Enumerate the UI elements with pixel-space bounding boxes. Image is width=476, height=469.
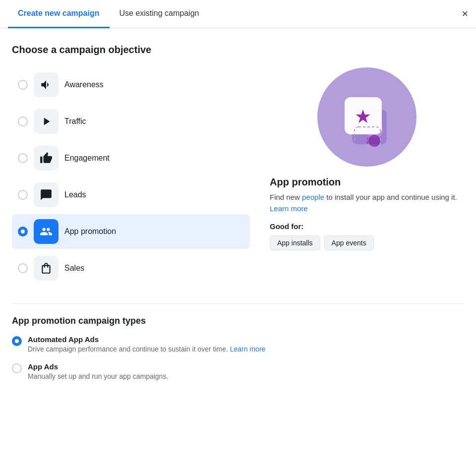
objective-awareness[interactable]: Awareness [12, 67, 250, 102]
desc-after-link: to install your app and continue using i… [324, 193, 457, 201]
app-ads-label: App Ads [28, 362, 168, 371]
traffic-icon [34, 109, 59, 134]
radio-engagement[interactable] [18, 153, 28, 163]
leads-icon [34, 182, 59, 207]
objective-engagement[interactable]: Engagement [12, 141, 250, 176]
app-promotion-icon [34, 219, 59, 244]
automated-desc-text: Drive campaign performance and continue … [28, 345, 230, 353]
automated-label: Automated App Ads [28, 335, 265, 344]
modal-container: Create new campaign Use existing campaig… [0, 0, 476, 469]
good-for-title: Good for: [270, 222, 464, 231]
radio-sales[interactable] [18, 263, 28, 273]
tag-app-installs: App installs [270, 235, 320, 250]
traffic-label: Traffic [64, 117, 86, 126]
leads-label: Leads [64, 190, 86, 199]
engagement-icon [34, 146, 59, 171]
objective-sales[interactable]: Sales [12, 251, 250, 286]
objective-traffic[interactable]: Traffic [12, 104, 250, 139]
objective-leads[interactable]: Leads [12, 177, 250, 212]
tags-container: App installs App events [270, 235, 464, 250]
automated-learn-more[interactable]: Learn more [230, 345, 266, 353]
preview-desc: Find new people to install your app and … [270, 192, 464, 214]
radio-app-promotion[interactable] [18, 227, 28, 236]
campaign-types-title: App promotion campaign types [12, 316, 464, 326]
type-app-ads[interactable]: App Ads Manually set up and run your app… [12, 362, 464, 382]
sales-icon [34, 256, 59, 281]
type-automated-app-ads[interactable]: Automated App Ads Drive campaign perform… [12, 335, 464, 354]
tabs-bar: Create new campaign Use existing campaig… [0, 0, 476, 28]
type-app-ads-content: App Ads Manually set up and run your app… [28, 362, 168, 382]
objectives-list: Awareness Traffic Engagement [12, 67, 250, 286]
objective-app-promotion[interactable]: App promotion [12, 214, 250, 249]
people-link[interactable]: people [302, 193, 324, 201]
type-automated-content: Automated App Ads Drive campaign perform… [28, 335, 265, 354]
campaign-types-section: App promotion campaign types Automated A… [12, 303, 464, 381]
svg-point-4 [368, 135, 380, 147]
engagement-label: Engagement [64, 154, 110, 163]
radio-automated[interactable] [12, 336, 22, 346]
preview-illustration: ★ ↓ [317, 67, 416, 167]
app-ads-desc: Manually set up and run your app campaig… [28, 372, 168, 382]
svg-text:★: ★ [355, 106, 371, 127]
learn-more-link-desc[interactable]: Learn more [270, 204, 308, 213]
preview-panel: ★ ↓ App promotion Find new people to ins… [270, 67, 464, 286]
svg-text:↓: ↓ [365, 133, 370, 146]
main-content: Choose a campaign objective Awareness [0, 28, 476, 401]
automated-desc: Drive campaign performance and continue … [28, 345, 265, 354]
close-button[interactable]: × [462, 8, 468, 19]
sales-label: Sales [64, 264, 84, 273]
awareness-label: Awareness [64, 80, 104, 89]
tab-use-existing[interactable]: Use existing campaign [110, 0, 209, 28]
tag-app-events: App events [324, 235, 374, 250]
radio-awareness[interactable] [18, 80, 28, 90]
app-promotion-label: App promotion [64, 227, 116, 236]
desc-before-link: Find new [270, 193, 302, 201]
tab-create-new[interactable]: Create new campaign [8, 0, 110, 28]
radio-leads[interactable] [18, 190, 28, 200]
awareness-icon [34, 72, 59, 97]
radio-traffic[interactable] [18, 117, 28, 126]
section-title: Choose a campaign objective [12, 44, 464, 56]
main-layout: Awareness Traffic Engagement [12, 67, 464, 286]
preview-title: App promotion [270, 176, 464, 188]
radio-app-ads[interactable] [12, 363, 22, 373]
